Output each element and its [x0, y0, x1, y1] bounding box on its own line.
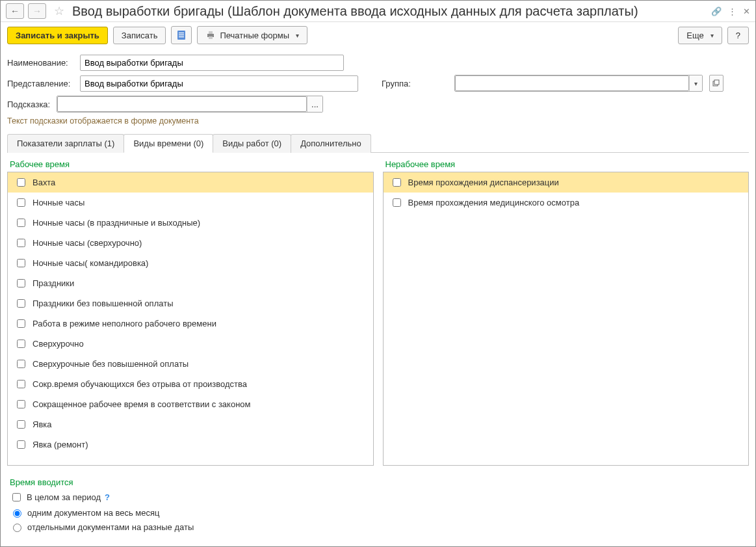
- whole-period-checkbox[interactable]: [12, 493, 21, 501]
- svg-rect-1: [179, 33, 184, 33]
- item-checkbox[interactable]: [17, 259, 25, 267]
- help-button[interactable]: ?: [727, 27, 749, 44]
- item-label: Сверхурочно: [33, 339, 84, 349]
- item-label: Вахта: [33, 178, 55, 187]
- favorite-star-icon[interactable]: ☆: [54, 4, 64, 18]
- working-time-heading: Рабочее время: [7, 159, 374, 169]
- representation-input[interactable]: [80, 75, 358, 92]
- name-label: Наименование:: [7, 58, 76, 68]
- item-label: Ночные часы (сверхурочно): [33, 238, 142, 248]
- one-document-radio[interactable]: [13, 509, 21, 518]
- svg-rect-2: [179, 34, 184, 35]
- svg-rect-6: [209, 36, 213, 39]
- tab-work-types[interactable]: Виды работ (0): [213, 134, 291, 153]
- list-item[interactable]: Ночные часы: [8, 193, 373, 213]
- chevron-down-icon: ▾: [710, 32, 714, 39]
- nav-forward-button[interactable]: →: [28, 3, 46, 19]
- item-checkbox[interactable]: [17, 360, 25, 368]
- nonworking-time-heading: Нерабочее время: [383, 159, 749, 169]
- list-item[interactable]: Вахта: [8, 172, 373, 193]
- nonworking-time-list[interactable]: Время прохождения диспансеризации Время …: [383, 172, 749, 466]
- list-item[interactable]: Явка (ремонт): [8, 434, 373, 455]
- item-label: Работа в режиме неполного рабочего време…: [33, 319, 216, 328]
- group-dropdown-button[interactable]: ▾: [689, 75, 702, 91]
- representation-label: Представление:: [7, 79, 76, 88]
- item-checkbox[interactable]: [393, 178, 401, 187]
- item-checkbox[interactable]: [17, 219, 25, 227]
- list-item[interactable]: Ночные часы (в праздничные и выходные): [8, 213, 373, 233]
- chevron-down-icon: ▾: [296, 32, 299, 39]
- page-title: Ввод выработки бригады (Шаблон документа…: [72, 4, 638, 19]
- item-checkbox[interactable]: [17, 198, 25, 207]
- list-item[interactable]: Сверхурочно: [8, 334, 373, 354]
- whole-period-label: В целом за период: [27, 492, 101, 502]
- item-label: Сокр.время обучающихся без отрыва от про…: [33, 379, 247, 389]
- item-label: Праздники: [33, 278, 74, 288]
- list-item[interactable]: Сверхурочные без повышенной оплаты: [8, 354, 373, 374]
- name-input[interactable]: [80, 55, 344, 71]
- print-forms-button[interactable]: Печатные формы ▾: [197, 26, 307, 44]
- list-item[interactable]: Ночные часы (сверхурочно): [8, 233, 373, 253]
- item-label: Явка (ремонт): [33, 440, 88, 449]
- separate-documents-label: отдельными документами на разные даты: [27, 522, 194, 532]
- print-forms-label: Печатные формы: [220, 31, 289, 40]
- item-checkbox[interactable]: [17, 400, 25, 408]
- item-label: Сокращенное рабочее время в соответствии…: [33, 399, 251, 409]
- group-label: Группа:: [382, 79, 450, 88]
- more-button[interactable]: Еще ▾: [678, 27, 722, 44]
- tab-salary-indicators[interactable]: Показатели зарплаты (1): [7, 134, 124, 153]
- time-entry-heading: Время вводится: [10, 477, 746, 487]
- item-checkbox[interactable]: [17, 380, 25, 388]
- item-checkbox[interactable]: [17, 319, 25, 328]
- item-checkbox[interactable]: [17, 420, 25, 429]
- item-checkbox[interactable]: [17, 299, 25, 308]
- nav-back-button[interactable]: ←: [6, 3, 24, 19]
- item-label: Сверхурочные без повышенной оплаты: [33, 359, 189, 369]
- hint-input[interactable]: [57, 96, 307, 112]
- item-label: Время прохождения диспансеризации: [408, 178, 559, 187]
- item-label: Ночные часы: [33, 198, 85, 207]
- working-time-list[interactable]: Вахта Ночные часы Ночные часы (в праздни…: [7, 172, 374, 466]
- kebab-menu-icon[interactable]: ⋮: [728, 7, 736, 16]
- save-button[interactable]: Записать: [113, 27, 166, 44]
- link-icon[interactable]: 🔗: [711, 7, 722, 16]
- svg-rect-3: [179, 36, 184, 37]
- item-checkbox[interactable]: [17, 340, 25, 348]
- hint-help-text: Текст подсказки отображается в форме док…: [7, 116, 749, 126]
- group-open-button[interactable]: [709, 75, 723, 92]
- list-item[interactable]: Ночные часы( командировка): [8, 253, 373, 273]
- more-label: Еще: [686, 31, 703, 40]
- tab-time-types[interactable]: Виды времени (0): [124, 134, 213, 153]
- item-checkbox[interactable]: [17, 440, 25, 449]
- item-checkbox[interactable]: [17, 279, 25, 287]
- list-item[interactable]: Сокращенное рабочее время в соответствии…: [8, 394, 373, 414]
- group-input[interactable]: [455, 75, 689, 91]
- list-item[interactable]: Праздники без повышенной оплаты: [8, 293, 373, 314]
- list-button[interactable]: [171, 26, 192, 44]
- item-label: Время прохождения медицинского осмотра: [408, 198, 580, 207]
- separate-documents-radio[interactable]: [13, 524, 21, 532]
- item-label: Ночные часы( командировка): [33, 258, 148, 268]
- svg-rect-5: [209, 31, 213, 34]
- list-item[interactable]: Праздники: [8, 273, 373, 293]
- hint-expand-button[interactable]: ...: [307, 96, 322, 112]
- close-icon[interactable]: ✕: [743, 7, 750, 16]
- one-document-label: одним документом на весь месяц: [27, 508, 160, 518]
- item-label: Праздники без повышенной оплаты: [33, 299, 173, 308]
- list-item[interactable]: Время прохождения медицинского осмотра: [384, 193, 749, 213]
- item-checkbox[interactable]: [17, 239, 25, 247]
- tab-additional[interactable]: Дополнительно: [291, 134, 371, 153]
- list-item[interactable]: Сокр.время обучающихся без отрыва от про…: [8, 374, 373, 394]
- hint-label: Подсказка:: [7, 100, 53, 109]
- item-label: Явка: [33, 420, 52, 429]
- list-item[interactable]: Явка: [8, 414, 373, 434]
- item-checkbox[interactable]: [17, 178, 25, 187]
- save-and-close-button[interactable]: Записать и закрыть: [7, 27, 108, 44]
- svg-rect-8: [714, 80, 719, 85]
- list-item[interactable]: Работа в режиме неполного рабочего време…: [8, 314, 373, 334]
- list-item[interactable]: Время прохождения диспансеризации: [384, 172, 749, 193]
- item-checkbox[interactable]: [393, 198, 401, 207]
- question-mark-icon[interactable]: ?: [105, 492, 110, 502]
- item-label: Ночные часы (в праздничные и выходные): [33, 218, 200, 228]
